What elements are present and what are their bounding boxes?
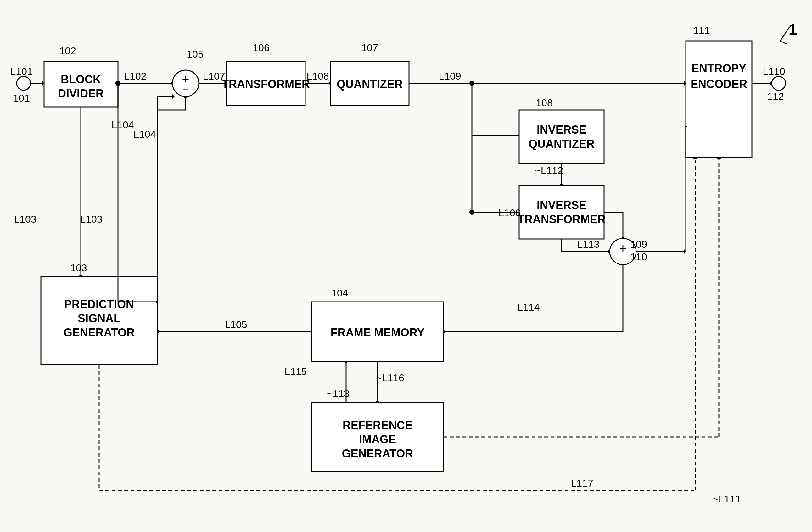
pred-label1: PREDICTION: [64, 298, 134, 311]
transformer-label: TRANSFORMER: [222, 78, 310, 91]
label-l101: L101: [10, 66, 32, 77]
entropy-label-e: ENTROPY: [692, 62, 746, 75]
plus-sign-2: +: [619, 241, 626, 255]
label-l102: L102: [124, 71, 146, 82]
inv-trans-label2: TRANSFORMER: [518, 213, 606, 226]
inv-trans-label1: INVERSE: [537, 199, 586, 211]
label-l104: L104: [133, 129, 156, 140]
ref-label2: IMAGE: [359, 433, 396, 446]
label-l114: L114: [517, 301, 539, 313]
label-105: 105: [187, 48, 203, 60]
label-l117: L117: [571, 477, 593, 489]
label-l105: L105: [224, 319, 247, 330]
label-111: 111: [693, 25, 710, 36]
label-l111: ~L111: [713, 493, 741, 505]
diagram-container: 1 BLOCK DIVIDER 102 L101 101 + − 105 L10…: [0, 0, 812, 532]
label-l106: L106: [498, 207, 521, 219]
block-divider-label: BLOCK: [61, 73, 101, 86]
label-112: 112: [767, 91, 784, 102]
ref-label1: REFERENCE: [343, 419, 412, 432]
label-l116: ~L116: [376, 372, 404, 384]
branch-dot2: [469, 210, 475, 215]
inverse-quantizer-box: [519, 110, 604, 163]
output-node: [772, 76, 786, 90]
quantizer-label: QUANTIZER: [337, 78, 403, 91]
frame-memory-label: FRAME MEMORY: [331, 326, 425, 339]
label-104: 104: [331, 287, 348, 299]
label-l108: L108: [306, 71, 329, 82]
label-l103-text: L103: [80, 213, 102, 225]
label-109: 109: [630, 239, 647, 250]
inv-quant-label1: INVERSE: [537, 123, 586, 136]
figure-number: 1: [789, 21, 797, 38]
label-l109: L109: [438, 71, 461, 82]
label-l104-text2: L104: [111, 119, 134, 131]
label-106: 106: [252, 42, 269, 54]
label-l103: L103: [14, 213, 36, 225]
branch-dot: [469, 81, 475, 86]
label-110: 110: [630, 251, 647, 263]
entropy-encoder-box: [686, 41, 752, 157]
label-102: 102: [59, 45, 76, 57]
label-107: 107: [361, 42, 378, 54]
minus-sign: −: [182, 83, 189, 95]
label-103: 103: [70, 262, 87, 274]
label-l112: ~L112: [535, 165, 563, 176]
block-divider-label2: DIVIDER: [58, 87, 104, 100]
label-108: 108: [536, 97, 552, 108]
label-l107: L107: [203, 71, 225, 82]
inv-quant-label2: QUANTIZER: [528, 137, 595, 150]
pred-label3: GENERATOR: [63, 326, 135, 339]
label-101: 101: [13, 92, 30, 104]
label-l115: L115: [285, 366, 307, 377]
entropy-label-enc: ENCODER: [691, 78, 747, 91]
inverse-transformer-box: [519, 186, 604, 239]
label-l110: L110: [763, 66, 785, 77]
pred-label2: SIGNAL: [78, 312, 120, 325]
input-node: [17, 76, 30, 90]
svg-point-26: [115, 81, 120, 86]
ref-label3: GENERATOR: [342, 447, 414, 460]
label-l113: L113: [577, 239, 599, 250]
